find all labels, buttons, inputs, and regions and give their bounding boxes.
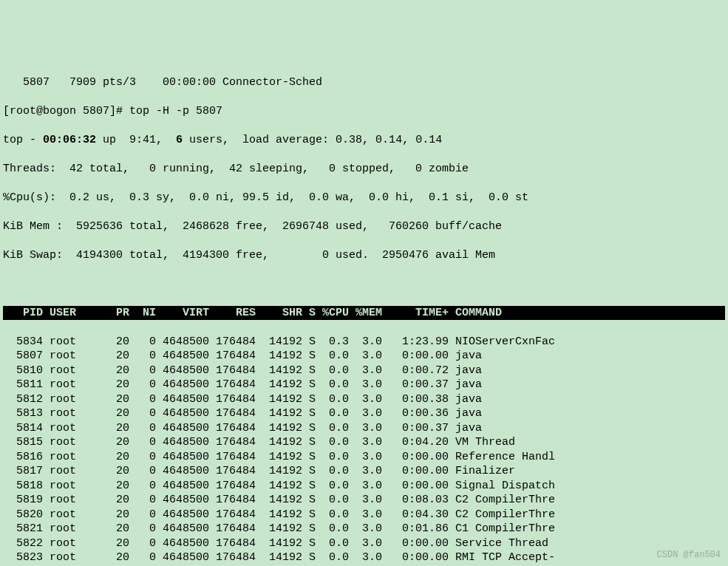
table-header: PID USER PR NI VIRT RES SHR S %CPU %MEM … [3, 306, 725, 321]
table-row: 5810 root 20 0 4648500 176484 14192 S 0.… [3, 364, 725, 378]
table-row: 5811 root 20 0 4648500 176484 14192 S 0.… [3, 378, 725, 392]
watermark: CSDN @fan504 [657, 550, 721, 562]
summary-line-1: top - 00:06:32 up 9:41, 6 users, load av… [3, 133, 725, 148]
table-row: 5821 root 20 0 4648500 176484 14192 S 0.… [3, 522, 725, 536]
table-row: 5823 root 20 0 4648500 176484 14192 S 0.… [3, 550, 725, 565]
command: top -H -p 5807 [129, 105, 222, 117]
ps-line: 5807 7909 pts/3 00:00:00 Connector-Sched [3, 75, 725, 90]
summary-line-2: Threads: 42 total, 0 running, 42 sleepin… [3, 162, 725, 177]
table-row: 5812 root 20 0 4648500 176484 14192 S 0.… [3, 392, 725, 407]
table-row: 5815 root 20 0 4648500 176484 14192 S 0.… [3, 435, 725, 450]
table-row: 5822 root 20 0 4648500 176484 14192 S 0.… [3, 536, 725, 551]
table-row: 5818 root 20 0 4648500 176484 14192 S 0.… [3, 479, 725, 494]
table-row: 5807 root 20 0 4648500 176484 14192 S 0.… [3, 349, 725, 364]
summary-line-3: %Cpu(s): 0.2 us, 0.3 sy, 0.0 ni, 99.5 id… [3, 191, 725, 205]
blank-line [3, 277, 725, 292]
table-row: 5817 root 20 0 4648500 176484 14192 S 0.… [3, 464, 725, 479]
prompt-line[interactable]: [root@bogon 5807]# top -H -p 5807 [3, 104, 725, 119]
table-row: 5819 root 20 0 4648500 176484 14192 S 0.… [3, 493, 725, 508]
table-row: 5813 root 20 0 4648500 176484 14192 S 0.… [3, 406, 725, 421]
terminal[interactable]: 5807 7909 pts/3 00:00:00 Connector-Sched… [0, 58, 728, 566]
prompt: [root@bogon 5807]# [3, 105, 129, 117]
summary-line-5: KiB Swap: 4194300 total, 4194300 free, 0… [3, 248, 725, 263]
table-row: 5814 root 20 0 4648500 176484 14192 S 0.… [3, 421, 725, 436]
table-row: 5820 root 20 0 4648500 176484 14192 S 0.… [3, 508, 725, 522]
table-row: 5834 root 20 0 4648500 176484 14192 S 0.… [3, 335, 725, 350]
summary-line-4: KiB Mem : 5925636 total, 2468628 free, 2… [3, 219, 725, 234]
table-row: 5816 root 20 0 4648500 176484 14192 S 0.… [3, 450, 725, 465]
